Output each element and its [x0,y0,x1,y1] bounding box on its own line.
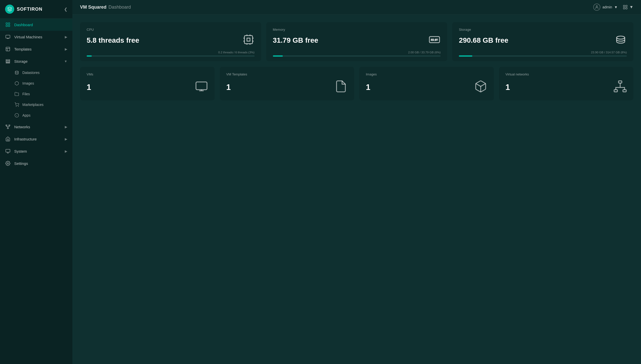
sidebar-item-datastores[interactable]: Datastores [0,67,72,78]
svg-point-26 [617,36,625,39]
settings-icon [5,161,11,166]
vm-templates-label: VM Templates [226,72,348,77]
sidebar-collapse-button[interactable]: ❮ [64,7,67,12]
svg-rect-1 [8,23,10,24]
vm-count-icon [195,80,208,95]
user-name: admin [602,5,612,9]
svg-rect-7 [6,61,10,62]
system-icon [5,148,11,154]
sidebar: SOFTIRON ❮ Dashboard Virtual Machines ▶ [0,0,72,364]
sidebar-item-settings-label: Settings [14,161,67,166]
infrastructure-icon [5,136,11,142]
sidebar-item-infrastructure[interactable]: Infrastructure ▶ [0,133,72,145]
user-menu[interactable]: admin ▼ [593,4,618,11]
svg-rect-12 [6,125,7,126]
networks-icon [5,124,11,130]
system-expand-icon: ▶ [65,149,67,153]
svg-point-10 [16,106,17,107]
vm-templates-body: 1 [226,80,348,95]
apps-label: Apps [22,113,30,117]
svg-rect-18 [623,5,625,7]
cpu-value-row: 5.8 threads free [87,34,255,47]
app-switcher-chevron: ▼ [629,5,633,9]
storage-progress-fill [459,55,472,57]
vm-expand-icon: ▶ [65,35,67,39]
images-count-icon [474,80,487,95]
sidebar-item-networks[interactable]: Networks ▶ [0,121,72,133]
sidebar-item-images[interactable]: Images [0,78,72,89]
sidebar-item-system[interactable]: System ▶ [0,145,72,157]
header: VM Squared Dashboard admin ▼ [72,0,641,14]
templates-icon [5,46,11,52]
cpu-value: 5.8 threads free [87,36,139,44]
svg-rect-20 [623,8,625,9]
storage-label: Storage [459,28,627,31]
memory-progress-bar [273,55,441,57]
page-name: Dashboard [108,5,131,10]
images-card-body: 1 [366,80,487,95]
sidebar-item-files[interactable]: Files [0,89,72,99]
storage-card: Storage 290.68 GB free 23.90 GB / 314.57… [452,22,633,61]
svg-point-9 [15,71,18,72]
sidebar-item-virtual-machines[interactable]: Virtual Machines ▶ [0,31,72,43]
sidebar-item-dashboard[interactable]: Dashboard [0,19,72,31]
memory-bar-row: 2.00 GB / 33.79 GB (6%) [273,51,441,57]
virtual-networks-count: 1 [506,83,510,92]
storage-card-icon [615,34,627,47]
storage-icon [5,58,11,64]
sidebar-item-storage[interactable]: Storage ▼ [0,55,72,67]
logo-text: SOFTIRON [17,7,42,12]
svg-rect-21 [626,8,627,9]
svg-rect-22 [244,36,253,44]
user-chevron-icon: ▼ [614,5,618,9]
memory-bar-label: 2.00 GB / 33.79 GB (6%) [273,51,441,54]
templates-expand-icon: ▶ [65,47,67,51]
storage-bar-row: 23.90 GB / 314.57 GB (8%) [459,51,627,57]
svg-point-17 [596,6,597,7]
memory-value-row: 31.79 GB free RAM [273,34,441,47]
infrastructure-expand-icon: ▶ [65,137,67,141]
main-area: VM Squared Dashboard admin ▼ [72,0,641,364]
svg-rect-30 [614,90,617,92]
header-title: VM Squared Dashboard [80,5,131,10]
app-switcher[interactable]: ▼ [623,5,633,10]
apps-icon [14,113,19,118]
files-label: Files [22,92,30,96]
vms-count: 1 [87,83,91,92]
storage-progress-bar [459,55,627,57]
cpu-bar-label: 0.2 threads / 6 threads (3%) [87,51,255,54]
images-count: 1 [366,83,370,92]
vms-card-label: VMs [87,72,208,77]
network-count-icon [614,80,627,95]
svg-rect-31 [623,90,626,92]
sidebar-item-templates-label: Templates [14,47,61,51]
memory-progress-fill [273,55,283,57]
svg-point-16 [7,163,9,164]
datastores-label: Datastores [22,71,40,75]
sidebar-item-settings[interactable]: Settings [0,157,72,169]
cpu-icon [242,34,255,47]
svg-rect-5 [6,47,10,51]
sidebar-item-infrastructure-label: Infrastructure [14,137,61,141]
images-card: Images 1 [359,67,494,100]
sidebar-item-networks-label: Networks [14,125,61,129]
svg-rect-0 [6,23,8,24]
svg-rect-29 [619,81,622,83]
networks-expand-icon: ▶ [65,125,67,129]
svg-rect-3 [8,25,10,27]
sidebar-item-vms-label: Virtual Machines [14,35,61,39]
images-icon [14,81,19,86]
sidebar-item-apps[interactable]: Apps [0,110,72,121]
resource-cards: CPU 5.8 threads free 0.2 threads / 6 thr… [80,22,633,61]
virtual-networks-body: 1 [506,80,627,95]
sidebar-item-templates[interactable]: Templates ▶ [0,43,72,55]
storage-value: 290.68 GB free [459,36,508,44]
cpu-card: CPU 5.8 threads free 0.2 threads / 6 thr… [80,22,261,61]
svg-rect-27 [196,82,207,90]
dashboard-icon [5,22,11,27]
images-card-label: Images [366,72,487,77]
sidebar-item-marketplaces[interactable]: Marketplaces [0,99,72,110]
sidebar-logo: SOFTIRON ❮ [0,0,72,19]
sidebar-item-dashboard-label: Dashboard [14,23,67,27]
memory-card: Memory 31.79 GB free RAM 2.00 GB / 33.79… [266,22,447,61]
